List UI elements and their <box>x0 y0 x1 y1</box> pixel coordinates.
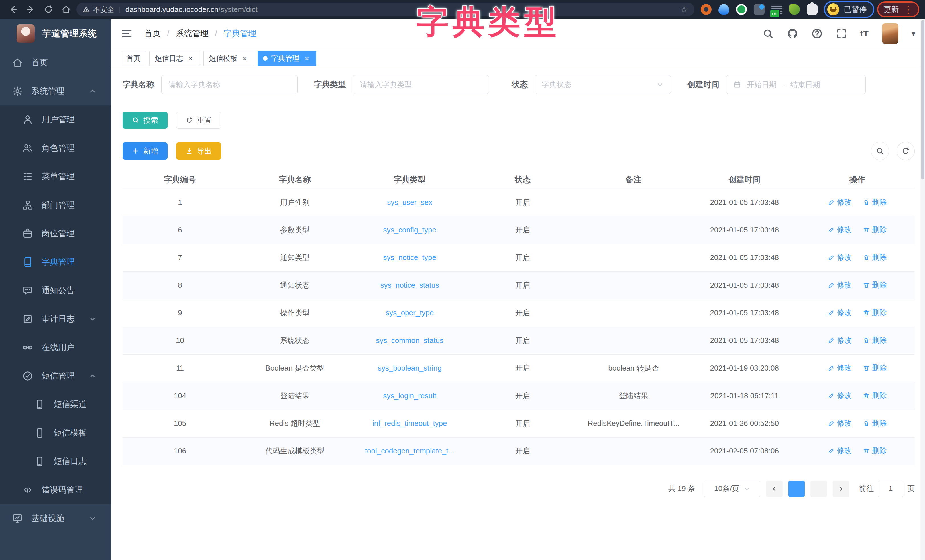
browser-update-button[interactable]: 更新 ⋮ <box>877 2 919 17</box>
extension-leaf-icon[interactable] <box>789 4 800 15</box>
export-button[interactable]: 导出 <box>176 142 221 160</box>
cell-dict-name: 登陆结果 <box>237 382 352 409</box>
edit-link[interactable]: 修改 <box>828 335 852 345</box>
delete-link[interactable]: 删除 <box>863 252 887 262</box>
sidebar-menu-item[interactable]: 短信渠道 <box>0 390 111 419</box>
edit-link[interactable]: 修改 <box>828 225 852 235</box>
close-icon[interactable]: × <box>187 54 194 62</box>
refresh-table-button[interactable] <box>896 142 915 160</box>
sidebar-menu-item[interactable]: 用户管理 <box>0 105 111 134</box>
page-number-button[interactable] <box>811 480 827 497</box>
extension-drop-icon[interactable] <box>719 4 729 15</box>
view-tag[interactable]: 字典管理 × <box>258 51 316 66</box>
sidebar-menu-item[interactable]: 系统管理 <box>0 77 111 105</box>
profile-paused-chip[interactable]: 已暂停 <box>824 1 874 18</box>
sidebar-menu-item[interactable]: 错误码管理 <box>0 476 111 504</box>
date-range-picker[interactable]: 开始日期 - 结束日期 <box>726 75 866 94</box>
browser-reload-icon[interactable] <box>41 2 56 17</box>
browser-back-icon[interactable] <box>6 2 21 17</box>
fullscreen-icon[interactable] <box>836 28 847 39</box>
cell-dict-type-link[interactable]: sys_notice_type <box>352 244 467 271</box>
edit-link[interactable]: 修改 <box>828 252 852 262</box>
dict-name-input[interactable]: 请输入字典名称 <box>161 75 297 94</box>
font-size-icon[interactable]: tT <box>860 29 869 38</box>
sidebar-menu-item[interactable]: 短信日志 <box>0 447 111 476</box>
delete-icon <box>863 226 870 233</box>
dict-type-input[interactable]: 请输入字典类型 <box>353 75 489 94</box>
view-tag[interactable]: 短信日志 × <box>149 51 200 66</box>
search-button[interactable]: 搜索 <box>122 111 167 129</box>
edit-link[interactable]: 修改 <box>828 390 852 400</box>
cell-dict-type-link[interactable]: sys_notice_status <box>352 271 467 299</box>
sidebar-menu-item[interactable]: 通知公告 <box>0 276 111 305</box>
delete-link[interactable]: 删除 <box>863 446 887 456</box>
sidebar-menu-item[interactable]: 基础设施 <box>0 504 111 533</box>
extension-green-icon[interactable] <box>736 4 747 15</box>
edit-link[interactable]: 修改 <box>828 308 852 318</box>
add-button[interactable]: 新增 <box>122 142 167 160</box>
page-number-button[interactable] <box>788 480 805 497</box>
delete-link[interactable]: 删除 <box>863 280 887 290</box>
github-icon[interactable] <box>787 28 798 39</box>
delete-link[interactable]: 删除 <box>863 363 887 373</box>
edit-link[interactable]: 修改 <box>828 197 852 207</box>
help-icon[interactable] <box>811 28 823 39</box>
sidebar-menu-item[interactable]: 字典管理 <box>0 248 111 276</box>
extension-grid-icon[interactable] <box>754 4 765 15</box>
edit-link[interactable]: 修改 <box>828 418 852 428</box>
scrollbar-thumb[interactable] <box>921 20 924 179</box>
address-bar[interactable]: 不安全 | dashboard.yudao.iocoder.cn/system/… <box>76 3 695 16</box>
sidebar-menu-item[interactable]: 审计日志 <box>0 305 111 333</box>
delete-link[interactable]: 删除 <box>863 308 887 318</box>
browser-forward-icon[interactable] <box>23 2 38 17</box>
edit-link[interactable]: 修改 <box>828 280 852 290</box>
delete-link[interactable]: 删除 <box>863 197 887 207</box>
bookmark-star-icon[interactable]: ☆ <box>680 4 688 15</box>
delete-link[interactable]: 删除 <box>863 418 887 428</box>
header-search-icon[interactable] <box>762 28 774 39</box>
cell-dict-type-link[interactable]: sys_user_sex <box>352 188 467 216</box>
extension-onetab-icon[interactable]: on <box>771 4 782 15</box>
sidebar-menu-item[interactable]: 角色管理 <box>0 134 111 163</box>
page-scrollbar[interactable] <box>920 19 925 560</box>
status-select[interactable]: 字典状态 <box>535 75 671 94</box>
hamburger-icon[interactable] <box>121 28 133 39</box>
sidebar-menu-item[interactable]: 短信模板 <box>0 419 111 447</box>
sidebar-menu-item[interactable]: 岗位管理 <box>0 219 111 248</box>
close-icon[interactable]: × <box>241 54 249 62</box>
delete-link[interactable]: 删除 <box>863 225 887 235</box>
goto-page-input[interactable]: 1 <box>878 480 903 497</box>
delete-link[interactable]: 删除 <box>863 390 887 400</box>
sidebar-menu-item[interactable]: 菜单管理 <box>0 163 111 191</box>
breadcrumb-system[interactable]: 系统管理 <box>176 28 209 39</box>
avatar-caret-icon[interactable]: ▾ <box>911 29 915 38</box>
next-page-button[interactable] <box>833 480 849 497</box>
breadcrumb-home[interactable]: 首页 <box>144 28 161 39</box>
edit-link[interactable]: 修改 <box>828 363 852 373</box>
sidebar-menu-item[interactable]: 短信管理 <box>0 362 111 390</box>
sidebar-menu-item[interactable]: 部门管理 <box>0 191 111 219</box>
extensions-puzzle-icon[interactable] <box>807 4 818 15</box>
delete-link[interactable]: 删除 <box>863 335 887 345</box>
reset-button[interactable]: 重置 <box>176 111 221 129</box>
close-icon[interactable]: × <box>303 54 311 62</box>
cell-dict-type-link[interactable]: inf_redis_timeout_type <box>352 409 467 437</box>
extension-orange-icon[interactable] <box>701 4 711 15</box>
sidebar-menu-item[interactable]: 首页 <box>0 48 111 77</box>
view-tag[interactable]: 短信模板 × <box>203 51 254 66</box>
edit-link[interactable]: 修改 <box>828 446 852 456</box>
cell-dict-type-link[interactable]: sys_common_status <box>352 327 467 354</box>
user-avatar[interactable] <box>882 23 898 44</box>
cell-dict-type-link[interactable]: sys_oper_type <box>352 299 467 327</box>
cell-dict-type-link[interactable]: sys_boolean_string <box>352 354 467 382</box>
toggle-search-button[interactable] <box>871 142 889 160</box>
browser-home-icon[interactable] <box>59 2 74 17</box>
prev-page-button[interactable] <box>766 480 782 497</box>
cell-dict-type-link[interactable]: sys_login_result <box>352 382 467 409</box>
cell-dict-type-link[interactable]: sys_config_type <box>352 216 467 244</box>
browser-menu-dots-icon[interactable]: ⋮ <box>903 5 913 14</box>
page-size-select[interactable]: 10条/页 <box>704 480 760 497</box>
view-tag[interactable]: 首页 <box>121 51 146 66</box>
cell-dict-type-link[interactable]: tool_codegen_template_t... <box>352 437 467 465</box>
sidebar-menu-item[interactable]: 在线用户 <box>0 333 111 362</box>
